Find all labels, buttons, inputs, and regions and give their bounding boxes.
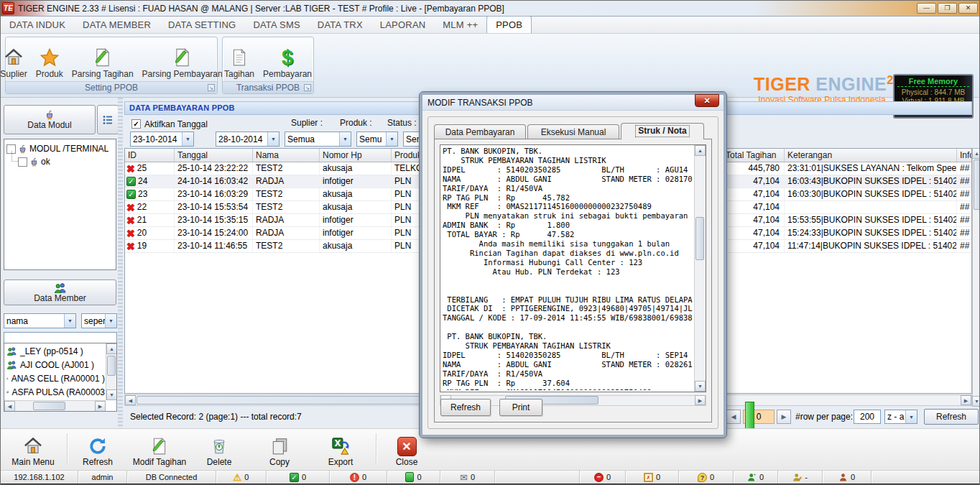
member-list-item[interactable]: AJI COOL (AJ001 ) — [5, 358, 105, 371]
close-button[interactable]: ✕ — [958, 3, 978, 14]
col-nomor-hp[interactable]: Nomor Hp — [320, 149, 392, 162]
user-edit-icon — [792, 473, 802, 482]
refresh-button[interactable]: Refresh — [75, 431, 120, 467]
dialog-tabs: Data Pembayaran Eksekusi Manual Struk / … — [434, 123, 712, 139]
failed-icon: ✖ — [126, 216, 135, 226]
prev-page-button[interactable]: ◀ — [726, 410, 741, 424]
scroll-down-icon[interactable]: ▼ — [106, 389, 117, 400]
copy-button[interactable]: Copy — [258, 431, 301, 467]
member-list-item[interactable]: ASIA CELL (RA00014 ) — [5, 399, 105, 399]
pager-refresh-button[interactable]: Refresh — [924, 409, 979, 425]
minimize-button[interactable]: — — [917, 3, 936, 14]
battery-count: 0 — [417, 473, 421, 481]
tagihan-button[interactable]: Tagihan — [222, 40, 256, 80]
tree-item-ok[interactable]: ok — [6, 155, 114, 168]
sidebar-splitter[interactable] — [118, 98, 123, 469]
col-nama[interactable]: Nama — [253, 149, 320, 162]
scroll-right-icon[interactable]: ▶ — [961, 395, 971, 405]
chevron-down-icon: ▼ — [339, 132, 351, 146]
dialog-close-button[interactable]: ✕ — [695, 94, 719, 107]
star-icon — [40, 47, 60, 68]
suplier-select[interactable]: Semua▼ — [285, 131, 351, 147]
group-label-setting-ppob: Setting PPOB ↘ — [6, 81, 217, 93]
scroll-left-icon[interactable]: ◀ — [4, 401, 15, 412]
pembayaran-button[interactable]: $ Pembayaran — [261, 40, 314, 80]
svg-text:X: X — [334, 438, 341, 448]
member-icon — [6, 387, 9, 397]
sort-order-select[interactable]: z - a▼ — [884, 410, 917, 424]
scroll-down-icon[interactable]: ▼ — [695, 381, 706, 392]
member-list-vscrollbar[interactable]: ▲ ▼ — [106, 343, 116, 400]
close-x-icon: ✕ — [397, 437, 417, 456]
data-member-button[interactable]: Data Member — [4, 280, 116, 305]
modul-list-view-button[interactable] — [97, 105, 119, 134]
menu-data-sms[interactable]: DATA SMS — [244, 17, 308, 33]
rows-per-page-input[interactable] — [854, 410, 881, 424]
group-label-transaksi-ppob: Transaksi PPOB ↘ — [223, 81, 313, 93]
col-keterangan[interactable]: Keterangan — [785, 149, 957, 162]
blocked-icon: – — [594, 473, 604, 482]
member-icon — [6, 360, 17, 369]
scroll-up-icon[interactable]: ▲ — [695, 145, 706, 156]
member-list-item[interactable]: ANAS CELL (RA00001 ) — [5, 371, 105, 385]
member-rows: _LEY (pp-0514 )AJI COOL (AJ001 )ANAS CEL… — [5, 344, 105, 399]
table-vscrollbar[interactable]: ▲ ▼ — [972, 148, 980, 407]
member-list-hscrollbar[interactable]: ◀ ▶ — [4, 400, 106, 411]
export-button[interactable]: X Export — [318, 431, 363, 467]
menu-mlm[interactable]: MLM ++ — [434, 17, 486, 33]
status-ip: 192.168.1.102 — [1, 471, 78, 484]
user-edit-count: - — [805, 473, 808, 481]
produk-button[interactable]: Produk — [34, 40, 65, 80]
dialog-launcher-icon[interactable]: ↘ — [208, 84, 215, 91]
modif-tagihan-button[interactable]: Modif Tagihan — [129, 431, 190, 467]
col-tanggal[interactable]: Tanggal — [175, 149, 253, 162]
parsing-tagihan-button[interactable]: Parsing Tagihan — [70, 40, 136, 80]
scroll-right-icon[interactable]: ▶ — [95, 401, 106, 412]
tab-struk-nota[interactable]: Struk / Nota — [621, 123, 704, 139]
receipt-textarea[interactable]: PT. BANK BUKOPIN, TBK. STRUK PEMBAYARAN … — [440, 144, 706, 392]
member-list-item[interactable]: ASFA PULSA (RA00003 — [5, 385, 105, 399]
success-icon: ✓ — [290, 473, 299, 482]
tab-data-pembayaran[interactable]: Data Pembayaran — [434, 124, 526, 139]
menu-laporan[interactable]: LAPORAN — [371, 17, 435, 33]
dialog-launcher-icon[interactable]: ↘ — [304, 84, 311, 91]
scroll-right-icon[interactable]: ▶ — [695, 395, 706, 405]
receipt-vscrollbar[interactable]: ▲ ▼ — [694, 145, 706, 392]
modal-refresh-button[interactable]: Refresh — [440, 399, 491, 416]
scroll-up-icon[interactable]: ▲ — [972, 148, 980, 159]
col-info[interactable]: Info — [957, 149, 972, 162]
menu-ppob[interactable]: PPOB — [486, 16, 532, 33]
delete-button[interactable]: Delete — [198, 431, 241, 467]
menu-data-setting[interactable]: DATA SETTING — [160, 17, 244, 33]
checkbox[interactable] — [18, 157, 27, 167]
member-list-item[interactable]: _LEY (pp-0514 ) — [5, 344, 105, 358]
scroll-down-icon[interactable]: ▼ — [972, 396, 980, 407]
menu-data-induk[interactable]: DATA INDUK — [1, 17, 74, 33]
error-icon: ! — [350, 473, 359, 482]
maximize-button[interactable]: ❐ — [938, 3, 957, 14]
col-total-tagihan[interactable]: Total Tagihan — [723, 149, 785, 162]
window-title: TIGER ENGINE 2.33 # Lisensi : FUAD HASAN… — [18, 4, 504, 14]
scroll-left-icon[interactable]: ◀ — [125, 395, 136, 405]
parsing-pembayaran-button[interactable]: Parsing Pembayaran — [140, 40, 225, 80]
dialog-titlebar[interactable]: MODIF TRANSAKSI PPOB — [422, 95, 724, 111]
status-label: Status : — [387, 118, 417, 128]
main-menu-button[interactable]: Main Menu — [9, 431, 57, 467]
modal-print-button[interactable]: Print — [499, 399, 542, 416]
col-id[interactable]: ID — [125, 149, 175, 162]
date-from-select[interactable]: 23-10-2014▼ — [130, 131, 194, 147]
menu-data-member[interactable]: DATA MEMBER — [74, 17, 160, 33]
produk-select[interactable]: Semu▼ — [356, 131, 398, 147]
next-page-button[interactable]: ▶ — [777, 410, 791, 424]
scroll-up-icon[interactable]: ▲ — [106, 343, 117, 354]
data-modul-button[interactable]: Data Modul — [4, 105, 96, 134]
member-field-select[interactable]: nama ▼ — [4, 313, 76, 328]
member-mode-select[interactable]: seper ▼ — [81, 313, 117, 328]
tree-item-modul-terminal[interactable]: MODUL /TERMINAL — [6, 142, 114, 155]
suplier-button[interactable]: Suplier — [0, 40, 29, 80]
aktifkan-tanggal-checkbox[interactable]: ✓ — [131, 119, 141, 129]
menu-data-trx[interactable]: DATA TRX — [309, 17, 371, 33]
date-to-select[interactable]: 28-10-2014▼ — [216, 131, 279, 147]
tab-eksekusi-manual[interactable]: Eksekusi Manual — [527, 124, 619, 139]
failed-icon: ✖ — [126, 241, 135, 251]
